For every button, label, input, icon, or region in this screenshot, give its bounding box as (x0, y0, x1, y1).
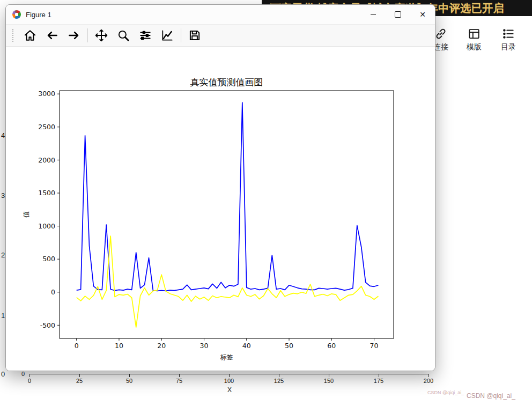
figure-window: Figure 1 ✕ (5, 4, 435, 371)
maximize-icon (395, 11, 401, 18)
minimize-icon (371, 14, 376, 15)
bg-x-tick-mark (279, 374, 279, 377)
tool-toc[interactable]: 目录 (496, 27, 521, 52)
plot: 真实值预测值画图010203040506070-5000500100015002… (6, 47, 435, 371)
bg-x-tick-mark (29, 374, 30, 377)
svg-text:30: 30 (200, 342, 209, 350)
bg-x-tick-mark (428, 374, 429, 377)
background-x-axis-label: X (222, 386, 237, 394)
bg-x-tick-mark (129, 374, 130, 377)
svg-text:10: 10 (115, 342, 123, 350)
zoom-button[interactable] (115, 27, 132, 44)
bg-y-tick: 3 (1, 191, 5, 200)
bg-x-tick-mark (229, 374, 230, 377)
back-button[interactable] (43, 27, 61, 44)
svg-text:值: 值 (23, 211, 30, 218)
toolbar-separator (181, 28, 181, 42)
svg-text:70: 70 (370, 342, 379, 350)
save-button[interactable] (186, 27, 203, 44)
window-controls: ✕ (361, 5, 435, 24)
home-icon (23, 28, 37, 42)
window-title: Figure 1 (26, 11, 51, 19)
svg-text:50: 50 (285, 342, 293, 350)
matplotlib-icon (12, 10, 21, 19)
bg-x-tick-label: 150 (317, 378, 341, 384)
bg-x-tick-mark (179, 374, 180, 377)
bg-x-tick-label: 25 (68, 378, 91, 384)
svg-text:3000: 3000 (38, 90, 55, 98)
background-x-axis: 0255075100125150175200 (0, 370, 532, 402)
sliders-icon (138, 28, 152, 42)
svg-text:1000: 1000 (38, 222, 55, 230)
toolbar-drag-handle[interactable] (12, 29, 14, 42)
bg-x-tick-label: 50 (117, 378, 141, 384)
bg-y-tick: 2 (1, 251, 5, 259)
bg-x-tick-label: 175 (367, 378, 390, 384)
svg-text:0: 0 (51, 288, 55, 296)
svg-text:2500: 2500 (38, 123, 55, 131)
template-icon (467, 27, 481, 41)
bg-x-tick-mark (79, 374, 80, 377)
home-button[interactable] (21, 27, 39, 44)
svg-text:2000: 2000 (38, 156, 55, 164)
bg-x-tick-label: 125 (267, 378, 291, 384)
forward-button[interactable] (65, 27, 83, 44)
bg-y-tick: 4 (1, 131, 5, 139)
line-chart-icon (160, 28, 174, 42)
svg-text:-500: -500 (40, 321, 55, 329)
svg-text:40: 40 (242, 342, 251, 350)
svg-text:标签: 标签 (220, 353, 233, 361)
titlebar[interactable]: Figure 1 ✕ (6, 5, 435, 25)
link-icon (434, 27, 448, 41)
bg-x-tick-label: 200 (417, 378, 440, 384)
maximize-button[interactable] (386, 5, 410, 24)
zoom-icon (116, 28, 130, 42)
pan-button[interactable] (93, 27, 110, 44)
bg-x-tick-label: 75 (167, 378, 191, 384)
bg-x-tick-label: 0 (18, 378, 41, 384)
minimize-button[interactable] (361, 5, 386, 24)
bg-x-tick-mark (379, 374, 379, 377)
csdn-watermark-large: CSDN @qiqi_ai_ (467, 392, 515, 400)
pan-icon (94, 28, 108, 42)
configure-subplots-button[interactable] (137, 27, 154, 44)
customize-button[interactable] (159, 27, 176, 44)
figure-toolbar (6, 25, 435, 47)
svg-text:真实值预测值画图: 真实值预测值画图 (190, 77, 263, 87)
bg-x-tick-mark (329, 374, 329, 377)
bg-x-tick-label: 100 (217, 378, 241, 384)
back-arrow-icon (45, 28, 59, 42)
figure-canvas[interactable]: 真实值预测值画图010203040506070-5000500100015002… (6, 47, 435, 371)
toc-icon (501, 27, 515, 41)
close-icon: ✕ (419, 11, 426, 18)
page: 3万字干货 博客之星【城市赛道】年中评选已开启 连接 模版 目录 4 3 2 (0, 0, 532, 406)
csdn-watermark-small: CSDN @qiqi_ai_ (427, 390, 464, 395)
svg-text:1500: 1500 (38, 189, 55, 197)
forward-arrow-icon (67, 28, 81, 42)
bg-y-tick: 1 (1, 312, 5, 320)
svg-text:500: 500 (42, 255, 55, 263)
svg-text:60: 60 (327, 342, 336, 350)
svg-text:20: 20 (157, 342, 166, 350)
tool-toc-label: 目录 (496, 42, 521, 52)
close-button[interactable]: ✕ (410, 5, 435, 24)
toolbar-separator (87, 28, 88, 42)
svg-text:0: 0 (75, 342, 79, 350)
tool-template-label: 模版 (461, 42, 487, 52)
tool-template[interactable]: 模版 (461, 27, 487, 52)
save-icon (188, 28, 202, 42)
